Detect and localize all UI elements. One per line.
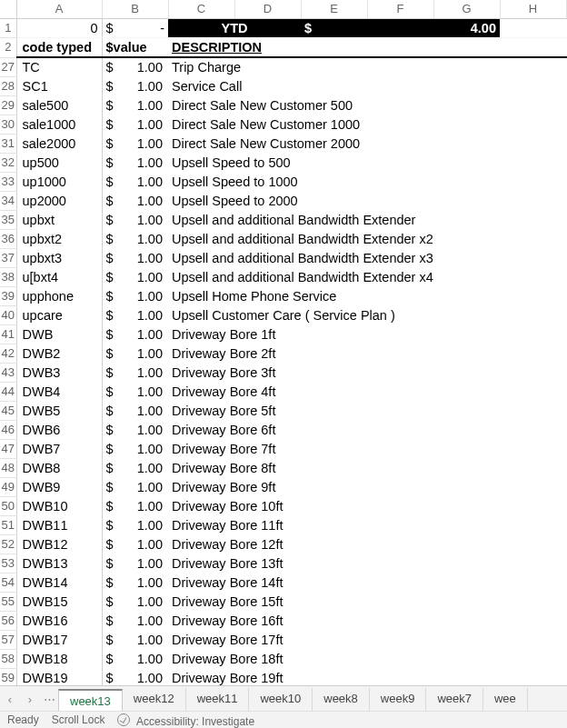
- cell-code[interactable]: DWB10: [16, 496, 102, 515]
- cell-value[interactable]: $1.00: [102, 305, 168, 324]
- row-header[interactable]: 33: [0, 172, 16, 191]
- tab-prev-button[interactable]: ‹: [0, 693, 20, 706]
- column-header-H[interactable]: H: [500, 0, 566, 19]
- cell-description[interactable]: Upsell and additional Bandwidth Extender: [168, 210, 567, 229]
- cell-value[interactable]: $1.00: [102, 267, 168, 286]
- cell-value[interactable]: $1.00: [102, 172, 168, 191]
- cell-description[interactable]: Driveway Bore 16ft: [168, 611, 567, 630]
- cell-description[interactable]: Upsell Customer Care ( Service Plan ): [168, 305, 567, 324]
- row-header[interactable]: 27: [0, 57, 16, 76]
- cell-A1[interactable]: 0: [16, 19, 102, 38]
- cell-description[interactable]: Driveway Bore 13ft: [168, 553, 567, 573]
- header-description[interactable]: DESCRIPTION: [168, 38, 301, 58]
- cell-description[interactable]: Driveway Bore 7ft: [168, 439, 567, 458]
- cell-value[interactable]: $1.00: [102, 439, 168, 458]
- row-header[interactable]: 45: [0, 401, 16, 420]
- cell-value[interactable]: $1.00: [102, 286, 168, 305]
- ytd-label-cell[interactable]: YTD: [168, 19, 301, 38]
- cell-description[interactable]: Driveway Bore 14ft: [168, 573, 567, 592]
- column-header-E[interactable]: E: [301, 0, 367, 19]
- row-header[interactable]: 42: [0, 344, 16, 363]
- cell-description[interactable]: Service Call: [168, 76, 567, 95]
- cell-code[interactable]: DWB: [16, 324, 102, 344]
- cell-value[interactable]: $1.00: [102, 649, 168, 668]
- cell-value[interactable]: $1.00: [102, 592, 168, 611]
- sheet-tab-week13[interactable]: week13: [58, 689, 123, 711]
- row-header[interactable]: 46: [0, 420, 16, 439]
- row-header[interactable]: 53: [0, 553, 16, 573]
- row-header[interactable]: 36: [0, 229, 16, 248]
- cell-description[interactable]: Driveway Bore 10ft: [168, 496, 567, 515]
- cell-code[interactable]: DWB18: [16, 649, 102, 668]
- cell-code[interactable]: up2000: [16, 191, 102, 210]
- cell-value[interactable]: $1.00: [102, 134, 168, 153]
- cell-description[interactable]: Driveway Bore 1ft: [168, 324, 567, 344]
- cell-description[interactable]: Upsell and additional Bandwidth Extender…: [168, 229, 567, 248]
- row-header[interactable]: 32: [0, 153, 16, 172]
- cell-value[interactable]: $1.00: [102, 630, 168, 649]
- cell-description[interactable]: Direct Sale New Customer 2000: [168, 134, 567, 153]
- row-header[interactable]: 57: [0, 630, 16, 649]
- cell-description[interactable]: Driveway Bore 8ft: [168, 458, 567, 477]
- cell-description[interactable]: Upsell Speed to 500: [168, 153, 567, 172]
- spreadsheet-grid[interactable]: ABCDEFGHI10$-YTD$4.002code typed$valueDE…: [0, 0, 567, 701]
- cell-value[interactable]: $1.00: [102, 401, 168, 420]
- cell-value[interactable]: $1.00: [102, 420, 168, 439]
- cell-description[interactable]: Driveway Bore 6ft: [168, 420, 567, 439]
- sheet-tab-week11[interactable]: week11: [186, 688, 250, 711]
- cell-value[interactable]: $1.00: [102, 324, 168, 344]
- row-header[interactable]: 35: [0, 210, 16, 229]
- cell-code[interactable]: up1000: [16, 172, 102, 191]
- cell-code[interactable]: DWB13: [16, 553, 102, 573]
- status-accessibility[interactable]: Accessibility: Investigate: [117, 713, 254, 728]
- cell-value[interactable]: $1.00: [102, 191, 168, 210]
- cell-description[interactable]: Driveway Bore 3ft: [168, 363, 567, 382]
- cell-code[interactable]: DWB4: [16, 382, 102, 401]
- cell-H1[interactable]: [500, 19, 566, 38]
- header-empty[interactable]: [301, 38, 367, 58]
- cell-code[interactable]: upbxt3: [16, 248, 102, 267]
- cell-code[interactable]: DWB7: [16, 439, 102, 458]
- cell-description[interactable]: Driveway Bore 19ft: [168, 668, 567, 687]
- cell-code[interactable]: DWB8: [16, 458, 102, 477]
- cell-value[interactable]: $1.00: [102, 210, 168, 229]
- cell-code[interactable]: DWB11: [16, 515, 102, 534]
- cell-description[interactable]: Driveway Bore 12ft: [168, 534, 567, 553]
- row-header[interactable]: 56: [0, 611, 16, 630]
- row-header[interactable]: 44: [0, 382, 16, 401]
- cell-code[interactable]: SC1: [16, 76, 102, 95]
- row-header[interactable]: 59: [0, 668, 16, 687]
- cell-value[interactable]: $1.00: [102, 496, 168, 515]
- cell-description[interactable]: Upsell Home Phone Service: [168, 286, 567, 305]
- cell-description[interactable]: Driveway Bore 5ft: [168, 401, 567, 420]
- cell-value[interactable]: $1.00: [102, 153, 168, 172]
- header-empty[interactable]: [500, 38, 566, 58]
- row-header[interactable]: 52: [0, 534, 16, 553]
- select-all-corner[interactable]: [0, 0, 16, 19]
- column-header-B[interactable]: B: [102, 0, 168, 19]
- cell-value[interactable]: $1.00: [102, 76, 168, 95]
- cell-description[interactable]: Upsell Speed to 1000: [168, 172, 567, 191]
- cell-description[interactable]: Driveway Bore 4ft: [168, 382, 567, 401]
- row-header[interactable]: 39: [0, 286, 16, 305]
- cell-value[interactable]: $1.00: [102, 229, 168, 248]
- cell-code[interactable]: u[bxt4: [16, 267, 102, 286]
- cell-description[interactable]: Direct Sale New Customer 500: [168, 95, 567, 115]
- sheet-tab-week7[interactable]: week7: [426, 688, 483, 711]
- cell-description[interactable]: Driveway Bore 15ft: [168, 592, 567, 611]
- cell-code[interactable]: upphone: [16, 286, 102, 305]
- cell-code[interactable]: DWB17: [16, 630, 102, 649]
- cell-description[interactable]: Direct Sale New Customer 1000: [168, 115, 567, 134]
- cell-code[interactable]: DWB9: [16, 477, 102, 496]
- cell-code[interactable]: DWB5: [16, 401, 102, 420]
- cell-value[interactable]: $1.00: [102, 611, 168, 630]
- sheet-tab-week9[interactable]: week9: [370, 688, 427, 711]
- cell-value[interactable]: $1.00: [102, 573, 168, 592]
- cell-code[interactable]: upbxt2: [16, 229, 102, 248]
- sheet-tab-week12[interactable]: week12: [123, 688, 186, 711]
- cell-value[interactable]: $1.00: [102, 382, 168, 401]
- row-header[interactable]: 29: [0, 95, 16, 115]
- cell-value[interactable]: $1.00: [102, 344, 168, 363]
- row-header[interactable]: 48: [0, 458, 16, 477]
- row-header[interactable]: 58: [0, 649, 16, 668]
